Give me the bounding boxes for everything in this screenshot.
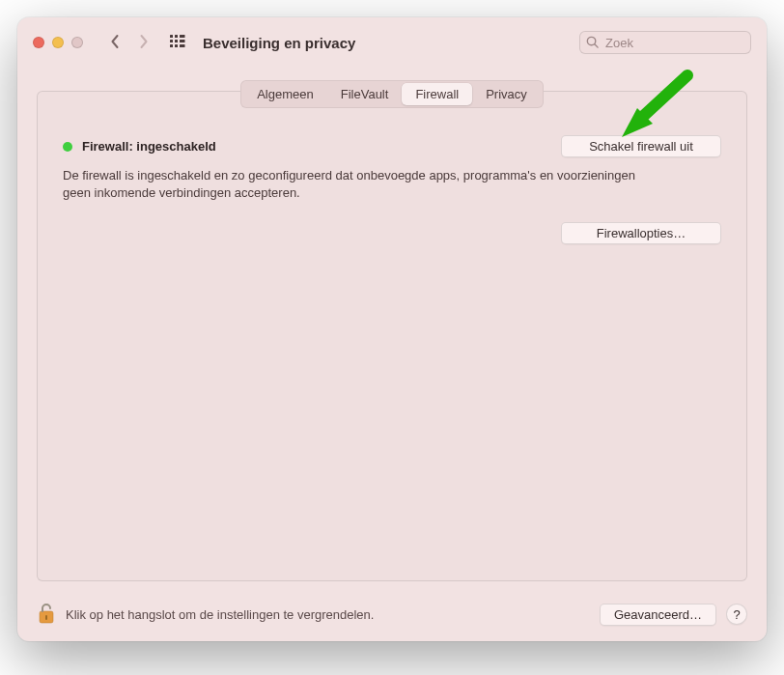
lock-open-icon[interactable]	[37, 603, 56, 626]
chevron-left-icon[interactable]	[110, 34, 120, 52]
firewall-options-button[interactable]: Firewallopties…	[561, 222, 721, 244]
tab-bar: Algemeen FileVault Firewall Privacy	[240, 80, 544, 108]
search-wrap	[579, 31, 751, 54]
svg-rect-14	[182, 44, 185, 47]
tab-algemeen[interactable]: Algemeen	[243, 83, 327, 105]
search-input[interactable]	[579, 31, 751, 54]
nav-arrows	[110, 34, 149, 52]
svg-rect-17	[45, 615, 47, 620]
firewall-description: De firewall is ingeschakeld en zo geconf…	[63, 167, 661, 201]
svg-rect-0	[170, 35, 173, 38]
help-button[interactable]: ?	[726, 604, 747, 625]
svg-rect-10	[170, 49, 173, 50]
status-dot-icon	[63, 142, 72, 152]
svg-line-16	[595, 44, 598, 47]
svg-rect-1	[175, 35, 178, 38]
firewall-status-row: Firewall: ingeschakeld Schakel firewall …	[63, 135, 721, 157]
svg-rect-5	[175, 40, 178, 42]
advanced-button[interactable]: Geavanceerd…	[600, 604, 716, 626]
traffic-lights	[33, 37, 83, 48]
window-titlebar: Beveiliging en privacy	[17, 17, 767, 68]
tab-privacy[interactable]: Privacy	[472, 83, 541, 105]
content-panel: Algemeen FileVault Firewall Privacy Fire…	[37, 91, 747, 581]
tab-firewall[interactable]: Firewall	[402, 83, 472, 105]
svg-rect-12	[182, 35, 185, 38]
chevron-right-icon[interactable]	[139, 34, 149, 52]
tab-filevault[interactable]: FileVault	[327, 83, 403, 105]
close-icon[interactable]	[33, 37, 44, 48]
disable-firewall-button[interactable]: Schakel firewall uit	[561, 135, 721, 157]
search-icon	[585, 35, 600, 53]
preferences-window: Beveiliging en privacy Algemeen FileVaul…	[17, 17, 767, 641]
firewall-status-label: Firewall: ingeschakeld	[82, 139, 216, 154]
grid-icon[interactable]	[170, 35, 185, 50]
firewall-content: Firewall: ingeschakeld Schakel firewall …	[38, 108, 746, 244]
zoom-icon[interactable]	[71, 37, 83, 48]
lock-hint-text: Klik op het hangslot om de instellingen …	[66, 607, 374, 622]
window-title: Beveiliging en privacy	[203, 35, 355, 51]
svg-rect-4	[170, 40, 173, 42]
svg-rect-8	[175, 44, 178, 47]
svg-rect-13	[182, 40, 185, 42]
footer: Klik op het hangslot om de instellingen …	[37, 603, 747, 626]
minimize-icon[interactable]	[52, 37, 64, 48]
svg-rect-7	[170, 44, 173, 47]
